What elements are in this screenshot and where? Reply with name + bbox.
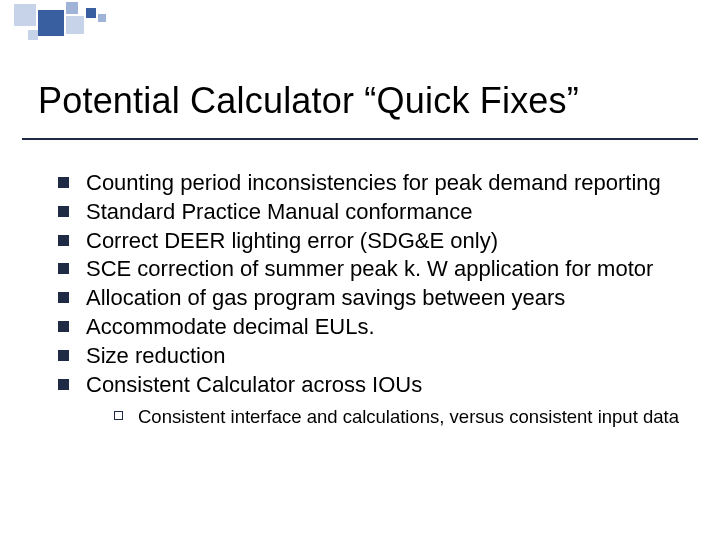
bullet-text: Correct DEER lighting error (SDG&E only) [86, 228, 498, 253]
bullet-text: SCE correction of summer peak k. W appli… [86, 256, 653, 281]
title-rule [22, 138, 698, 140]
bullet-text: Counting period inconsistencies for peak… [86, 170, 661, 195]
bullet-text: Consistent Calculator across IOUs [86, 372, 422, 397]
slide: Potential Calculator “Quick Fixes” Count… [0, 0, 720, 540]
sub-bullet-list: Consistent interface and calculations, v… [86, 405, 680, 428]
list-item: Correct DEER lighting error (SDG&E only) [58, 228, 680, 255]
sub-bullet-text: Consistent interface and calculations, v… [138, 406, 679, 427]
list-item: Consistent Calculator across IOUs Consis… [58, 372, 680, 428]
bullet-text: Allocation of gas program savings betwee… [86, 285, 565, 310]
content-area: Counting period inconsistencies for peak… [58, 170, 680, 430]
sub-list-item: Consistent interface and calculations, v… [114, 405, 680, 428]
bullet-text: Standard Practice Manual conformance [86, 199, 472, 224]
list-item: Standard Practice Manual conformance [58, 199, 680, 226]
bullet-list: Counting period inconsistencies for peak… [58, 170, 680, 428]
list-item: Allocation of gas program savings betwee… [58, 285, 680, 312]
list-item: Size reduction [58, 343, 680, 370]
corner-decoration [0, 0, 140, 48]
bullet-text: Accommodate decimal EULs. [86, 314, 375, 339]
list-item: SCE correction of summer peak k. W appli… [58, 256, 680, 283]
list-item: Counting period inconsistencies for peak… [58, 170, 680, 197]
slide-title: Potential Calculator “Quick Fixes” [38, 80, 682, 122]
list-item: Accommodate decimal EULs. [58, 314, 680, 341]
bullet-text: Size reduction [86, 343, 225, 368]
